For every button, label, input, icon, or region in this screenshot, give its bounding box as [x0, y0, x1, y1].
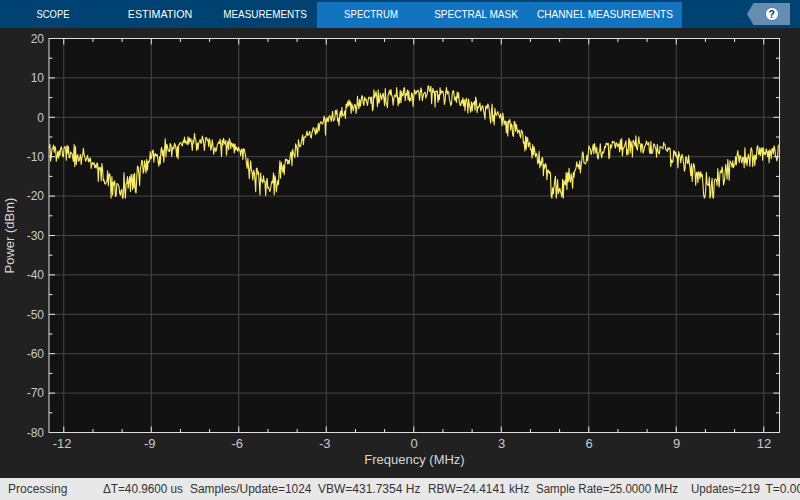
svg-text:Power (dBm): Power (dBm) — [2, 198, 17, 274]
svg-text:-60: -60 — [27, 347, 45, 361]
svg-text:-20: -20 — [27, 189, 45, 203]
svg-text:-6: -6 — [231, 436, 243, 451]
svg-text:-10: -10 — [27, 150, 45, 164]
svg-text:3: 3 — [498, 436, 505, 451]
svg-text:-70: -70 — [27, 386, 45, 400]
svg-text:-40: -40 — [27, 268, 45, 282]
svg-text:6: 6 — [585, 436, 592, 451]
svg-text:-50: -50 — [27, 308, 45, 322]
svg-text:0: 0 — [37, 111, 44, 125]
svg-text:20: 20 — [31, 32, 45, 46]
svg-text:-30: -30 — [27, 229, 45, 243]
svg-text:12: 12 — [757, 436, 771, 451]
svg-text:-3: -3 — [319, 436, 331, 451]
svg-text:0: 0 — [410, 436, 417, 451]
svg-text:-9: -9 — [144, 436, 156, 451]
svg-text:-80: -80 — [27, 426, 45, 440]
svg-text:9: 9 — [673, 436, 680, 451]
svg-text:10: 10 — [31, 71, 45, 85]
svg-text:-12: -12 — [53, 436, 72, 451]
svg-text:Frequency (MHz): Frequency (MHz) — [364, 452, 464, 467]
